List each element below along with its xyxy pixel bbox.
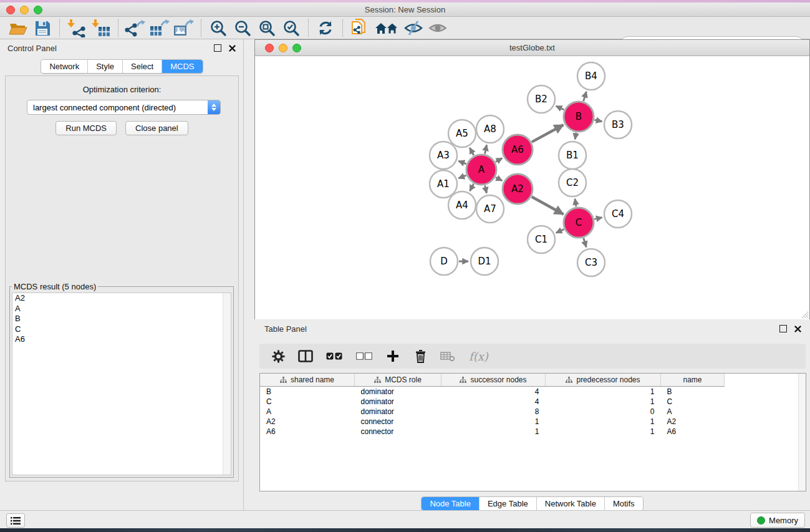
maximize-window-button[interactable] bbox=[34, 6, 42, 14]
minimize-window-button[interactable] bbox=[20, 6, 29, 14]
table-row[interactable]: Cdominator41C bbox=[260, 397, 725, 407]
zoom-fit-icon[interactable] bbox=[256, 18, 277, 38]
graph-node-C[interactable]: C bbox=[564, 208, 594, 238]
column-header-successor-nodes[interactable]: successor nodes bbox=[441, 374, 546, 387]
delete-column-trash-icon[interactable] bbox=[413, 349, 428, 364]
result-list-item[interactable]: A bbox=[12, 304, 231, 314]
table-row[interactable]: A2connector11A2 bbox=[260, 417, 725, 427]
tab-network-table[interactable]: Network Table bbox=[537, 497, 605, 510]
run-mcds-button[interactable]: Run MCDS bbox=[55, 121, 117, 135]
graph-node-D[interactable]: D bbox=[430, 248, 458, 275]
close-table-panel-icon[interactable] bbox=[794, 326, 801, 332]
criterion-dropdown[interactable]: largest connected component (directed) bbox=[27, 100, 221, 115]
new-network-from-selection-icon[interactable] bbox=[349, 18, 370, 38]
open-session-icon[interactable] bbox=[7, 18, 29, 38]
task-history-list-button[interactable] bbox=[6, 513, 25, 528]
result-list-item[interactable]: A6 bbox=[12, 334, 231, 345]
tab-motifs[interactable]: Motifs bbox=[605, 497, 643, 510]
graph-node-A[interactable]: A bbox=[466, 155, 496, 185]
hide-selected-eye-icon[interactable] bbox=[403, 18, 424, 38]
close-window-button[interactable] bbox=[6, 6, 15, 14]
graph-edge-A6-B[interactable] bbox=[532, 125, 564, 142]
graph-node-B4[interactable]: B4 bbox=[577, 62, 605, 90]
graph-node-C2[interactable]: C2 bbox=[559, 169, 586, 196]
graph-node-A1[interactable]: A1 bbox=[430, 170, 457, 198]
graph-node-C3[interactable]: C3 bbox=[577, 249, 605, 276]
table-row[interactable]: Bdominator41B bbox=[260, 387, 725, 397]
tab-style[interactable]: Style bbox=[88, 60, 123, 73]
close-panel-icon[interactable] bbox=[229, 45, 236, 52]
column-header-shared-name[interactable]: shared name bbox=[260, 374, 355, 387]
tab-edge-table[interactable]: Edge Table bbox=[480, 497, 537, 510]
result-list-scrollbar[interactable] bbox=[223, 293, 231, 475]
graph-edge-A-A7[interactable] bbox=[485, 185, 487, 193]
import-network-icon[interactable] bbox=[66, 18, 87, 38]
network-canvas[interactable]: A1A3A4A5A7A8B1B2B3B4C1C2C3C4DD1AA2A6BC bbox=[255, 56, 809, 319]
close-network-window-button[interactable] bbox=[265, 44, 274, 52]
graph-node-A2[interactable]: A2 bbox=[503, 174, 533, 204]
graph-node-C4[interactable]: C4 bbox=[604, 200, 632, 228]
zoom-in-icon[interactable] bbox=[208, 18, 229, 38]
tab-network[interactable]: Network bbox=[41, 60, 88, 73]
result-list-item[interactable]: A2 bbox=[12, 293, 231, 304]
refresh-icon[interactable] bbox=[315, 18, 336, 38]
graph-edge-A2-C[interactable] bbox=[532, 197, 564, 215]
memory-button[interactable]: Memory bbox=[750, 513, 805, 528]
zoom-selected-icon[interactable] bbox=[281, 18, 302, 38]
graph-edge-A-A6[interactable] bbox=[496, 158, 503, 162]
tab-mcds[interactable]: MCDS bbox=[162, 60, 202, 73]
maximize-network-window-button[interactable] bbox=[292, 44, 301, 52]
result-list-item[interactable]: B bbox=[12, 314, 231, 324]
graph-edge-C-C2[interactable] bbox=[575, 199, 576, 207]
graph-edge-B-B1[interactable] bbox=[575, 133, 576, 140]
table-row[interactable]: Adominator80A bbox=[260, 407, 725, 417]
column-header-predecessor-nodes[interactable]: predecessor nodes bbox=[546, 374, 661, 387]
close-panel-button[interactable]: Close panel bbox=[125, 121, 188, 135]
graph-node-D1[interactable]: D1 bbox=[471, 248, 498, 275]
show-all-eye-icon[interactable] bbox=[427, 18, 448, 38]
export-table-icon[interactable] bbox=[149, 18, 170, 38]
graph-node-A8[interactable]: A8 bbox=[476, 115, 504, 143]
graph-edge-B-B3[interactable] bbox=[594, 120, 602, 121]
column-header-name[interactable]: name bbox=[661, 374, 725, 387]
graph-edge-A-A2[interactable] bbox=[496, 177, 502, 181]
mcds-result-list[interactable]: A2ABCA6 bbox=[12, 293, 231, 475]
home-view-icon[interactable] bbox=[374, 18, 400, 38]
minimize-network-window-button[interactable] bbox=[279, 44, 287, 52]
graph-node-A4[interactable]: A4 bbox=[448, 191, 476, 219]
table-settings-gear-icon[interactable] bbox=[271, 349, 286, 364]
select-all-columns-icon[interactable] bbox=[325, 349, 343, 364]
graph-edge-B-B2[interactable] bbox=[556, 106, 564, 110]
graph-node-A5[interactable]: A5 bbox=[448, 120, 476, 147]
graph-node-A3[interactable]: A3 bbox=[430, 142, 457, 169]
graph-edge-C-C1[interactable] bbox=[556, 230, 564, 233]
graph-edge-A-A4[interactable] bbox=[470, 184, 473, 191]
float-panel-icon[interactable] bbox=[214, 44, 221, 52]
table-scrollbar[interactable] bbox=[798, 374, 806, 491]
graph-node-B2[interactable]: B2 bbox=[528, 85, 555, 113]
graph-node-A6[interactable]: A6 bbox=[503, 135, 533, 165]
graph-edge-C-C4[interactable] bbox=[594, 218, 602, 220]
export-network-icon[interactable] bbox=[125, 18, 146, 38]
graph-edge-A-A8[interactable] bbox=[485, 145, 486, 153]
graph-edge-A-A5[interactable] bbox=[470, 148, 473, 155]
network-graph[interactable]: A1A3A4A5A7A8B1B2B3B4C1C2C3C4DD1AA2A6BC bbox=[255, 56, 809, 319]
create-column-plus-icon[interactable] bbox=[385, 349, 400, 364]
graph-edge-A-A3[interactable] bbox=[458, 161, 466, 164]
resize-grip-icon[interactable] bbox=[801, 311, 809, 319]
result-list-item[interactable]: C bbox=[12, 324, 231, 335]
tab-select[interactable]: Select bbox=[123, 60, 162, 73]
graph-node-C1[interactable]: C1 bbox=[528, 226, 555, 253]
export-image-icon[interactable] bbox=[173, 18, 195, 38]
save-session-icon[interactable] bbox=[32, 18, 53, 38]
float-table-panel-icon[interactable] bbox=[779, 325, 787, 332]
deselect-all-columns-icon[interactable] bbox=[355, 349, 373, 364]
import-table-icon[interactable] bbox=[90, 18, 112, 38]
graph-node-B3[interactable]: B3 bbox=[604, 111, 632, 138]
column-header-MCDS-role[interactable]: MCDS role bbox=[355, 374, 441, 387]
graph-node-A7[interactable]: A7 bbox=[476, 195, 504, 223]
network-window-titlebar[interactable]: testGlobe.txt bbox=[255, 40, 809, 56]
tab-node-table[interactable]: Node Table bbox=[422, 497, 480, 510]
graph-edge-A-A1[interactable] bbox=[458, 175, 466, 178]
graph-edge-B-B4[interactable] bbox=[584, 92, 587, 101]
